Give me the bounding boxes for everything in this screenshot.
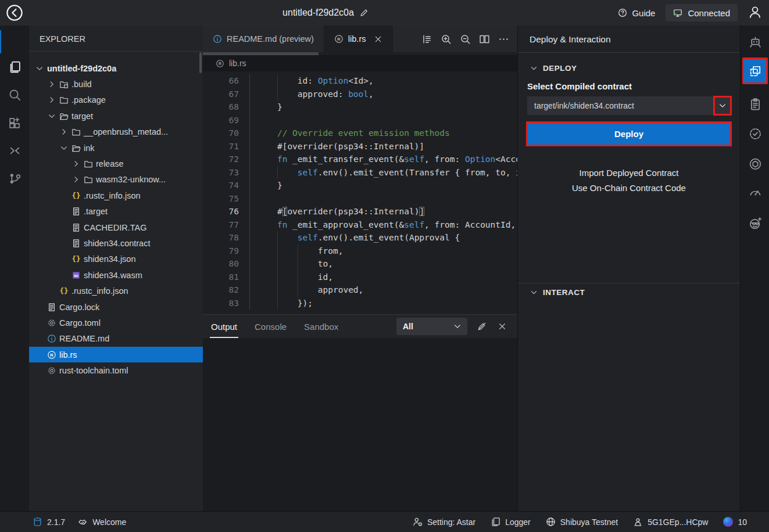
tree-item-cachedir.tag[interactable]: CACHEDIR.TAG (29, 220, 203, 235)
tree-item-wasm32-unknow...[interactable]: wasm32-unknow... (29, 172, 203, 188)
status-bar: 2.1.7Welcome Setting: AstarLoggerShibuya… (0, 511, 769, 532)
connected-button[interactable]: Connected (666, 4, 738, 21)
deploy-box-icon (749, 64, 762, 78)
activity-community[interactable] (747, 215, 763, 231)
tree-item-label: shiden34.json (84, 254, 136, 264)
panel-tab-sandbox[interactable]: Sandbox (303, 315, 339, 338)
workspace-title-group: untitled-f29d2c0a (282, 0, 369, 26)
outline-button[interactable] (420, 33, 433, 45)
status-welcome[interactable]: Welcome (78, 517, 126, 527)
breadcrumb[interactable]: R lib.rs (203, 55, 517, 71)
line-text: self.env().emit_event(Transfer { from, t… (249, 166, 517, 179)
bottom-panel-actions (467, 321, 517, 332)
explorer-scrollbar[interactable] (199, 52, 202, 73)
tree-item-ink[interactable]: ink (29, 140, 203, 156)
activity-extensions[interactable] (6, 114, 23, 131)
interact-section-header[interactable]: INTERACT (518, 288, 752, 297)
tree-item-.package[interactable]: .package (29, 92, 203, 108)
panel-tab-console[interactable]: Console (253, 315, 288, 338)
doc-icon (71, 223, 81, 232)
tree-item-shiden34.contract[interactable]: shiden34.contract (29, 235, 203, 251)
use-onchain-code-link[interactable]: Use On-Chain Contract Code (518, 183, 740, 193)
tree-item-release[interactable]: release (29, 156, 203, 171)
line-text: fn _emit_approval_event(&self, from: Acc… (249, 218, 517, 232)
code-editor[interactable]: 66 id: Option<Id>,67 approved: bool,68 }… (203, 71, 517, 314)
tree-item-.rustc-info.json[interactable]: {}.rustc_info.json (29, 283, 203, 299)
select-chevron-annotation[interactable] (713, 96, 732, 116)
tree-item-lib.rs[interactable]: Rlib.rs (29, 347, 203, 362)
tree-item-.build[interactable]: .build (29, 76, 203, 92)
zoom-out-button[interactable] (459, 33, 471, 45)
activity-deploy[interactable] (742, 57, 768, 84)
svg-text:R: R (337, 37, 341, 42)
line-text (249, 192, 517, 206)
tree-item-rust-toolchain.toml[interactable]: rust-toolchain.toml (29, 362, 203, 378)
line-text: to, (249, 257, 517, 271)
output-panel-body (203, 338, 517, 511)
line-number: 70 (203, 128, 249, 138)
tree-item-shiden34.wasm[interactable]: WAshiden34.wasm (29, 267, 203, 283)
more-actions-button[interactable] (497, 33, 510, 45)
close-tab-icon[interactable] (374, 35, 382, 44)
line-number: 66 (203, 76, 249, 85)
status-account[interactable]: 5G1GEp...HCpw (633, 517, 708, 527)
editor-tab-readme.md-preview-[interactable]: README.md (preview) (203, 26, 324, 52)
activity-assistant[interactable] (747, 34, 763, 50)
deploy-button-annotation: Deploy (526, 121, 732, 146)
status-setting[interactable]: Setting: Astar (413, 517, 475, 527)
back-button[interactable] (6, 4, 23, 21)
line-text: approved, (249, 283, 517, 297)
titlebar: untitled-f29d2c0a Guide Connected (0, 0, 769, 26)
activity-verify[interactable] (747, 125, 763, 142)
tree-item-label: release (96, 159, 124, 168)
deploy-button[interactable]: Deploy (528, 123, 730, 145)
editor-tab-lib.rs[interactable]: Rlib.rs (324, 26, 394, 52)
tree-item-target[interactable]: target (29, 108, 203, 124)
activity-performance[interactable] (747, 184, 763, 200)
deploy-panel: Deploy & Interaction DEPLOY Select Compi… (517, 26, 740, 511)
tree-item-untitled-f29d2c0a[interactable]: untitled-f29d2c0a (29, 60, 203, 76)
activity-files[interactable] (6, 59, 23, 75)
pencil-icon[interactable] (359, 8, 369, 17)
import-deployed-contract-link[interactable]: Import Deployed Contract (518, 168, 740, 178)
compiled-contract-select[interactable]: target/ink/shiden34.contract (527, 96, 731, 115)
clear-output-button[interactable] (476, 321, 488, 332)
tree-item-.target[interactable]: .target (29, 204, 203, 220)
guide-button[interactable]: Guide (618, 8, 655, 18)
activity-collapse[interactable] (6, 142, 23, 159)
avatar-button[interactable] (748, 5, 763, 20)
activity-ai-chat[interactable] (747, 156, 763, 172)
tree-item-readme.md[interactable]: README.md (29, 331, 203, 347)
code-line: 81 id, (203, 271, 517, 284)
activity-tasks[interactable] (747, 96, 763, 112)
deploy-section-header[interactable]: DEPLOY (518, 64, 740, 73)
line-text: id, (249, 271, 517, 284)
chevron-down-icon (530, 64, 538, 73)
tree-item-shiden34.json[interactable]: {}shiden34.json (29, 251, 203, 267)
split-editor-button[interactable] (478, 33, 491, 45)
status-version[interactable]: 2.1.7 (33, 517, 65, 527)
activity-source-control[interactable] (6, 170, 23, 186)
status-network[interactable]: Shibuya Testnet (546, 517, 618, 527)
clear-icon (477, 322, 487, 331)
workspace-title: untitled-f29d2c0a (282, 8, 354, 18)
git-branch-icon (8, 172, 22, 185)
explorer-panel: EXPLORER untitled-f29d2c0a.build.package… (29, 26, 203, 511)
status-logger[interactable]: Logger (491, 517, 531, 527)
tree-item-.rustc-info.json[interactable]: {}.rustc_info.json (29, 188, 203, 203)
line-number: 77 (203, 220, 249, 229)
zoom-in-button[interactable] (439, 33, 452, 45)
connected-label: Connected (688, 8, 730, 18)
tree-item--openbrush-metad...[interactable]: __openbrush_metad... (29, 124, 203, 140)
tree-item-cargo.toml[interactable]: Cargo.toml (29, 315, 203, 330)
panel-tab-output[interactable]: Output (210, 315, 238, 338)
bottom-panel-tabs: OutputConsoleSandbox (210, 315, 355, 338)
output-filter-select[interactable]: All (396, 318, 467, 335)
tree-item-cargo.lock[interactable]: Cargo.lock (29, 299, 203, 315)
status-balance[interactable]: 10 (723, 517, 747, 527)
rust-icon: R (47, 350, 56, 360)
close-panel-button[interactable] (496, 321, 508, 332)
activity-search[interactable] (6, 87, 23, 103)
line-number: 82 (203, 285, 249, 294)
svg-text:R: R (50, 352, 53, 357)
